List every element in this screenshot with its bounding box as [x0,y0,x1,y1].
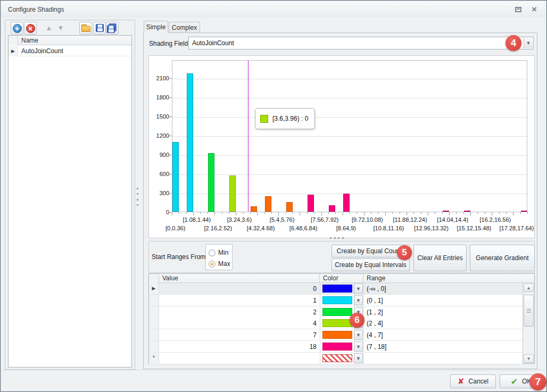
list-item-autojoincount[interactable]: ▶ AutoJoinCount [9,46,131,56]
scroll-up-icon[interactable]: ▲ [524,283,534,292]
move-down-button[interactable]: ▼ [54,22,67,35]
restore-button[interactable] [513,5,524,14]
row-indicator-icon: ▶ [149,283,159,294]
table-row[interactable]: 4▼(2 , 4] [149,318,523,329]
histogram-bar[interactable] [464,211,470,212]
tab-simple[interactable]: Simple [144,21,168,33]
histogram-bar[interactable] [443,211,449,212]
x-axis-tick [186,212,187,214]
table-row[interactable]: 2▼(1 , 2] [149,306,523,318]
header-value[interactable]: Value [159,274,320,283]
y-axis-label: 2100 [150,75,169,81]
value-cell[interactable]: 18 [159,343,317,351]
shading-field-value: AutoJoinCount [192,39,234,47]
save-button[interactable] [93,22,106,35]
histogram-bar[interactable] [229,176,236,212]
x-axis-label: [1.08,1.44) [183,216,211,223]
add-shading-button[interactable]: + [11,22,23,35]
x-axis-label: [4.32,4.68) [247,225,275,231]
range-cell: (2 , 4] [367,320,383,327]
gridline-300 [172,194,527,194]
header-color[interactable]: Color [320,274,363,283]
gridline-1200 [172,136,527,137]
x-axis-tick [413,212,414,214]
save-all-button[interactable] [106,22,119,35]
move-up-button[interactable]: ▲ [43,22,55,35]
histogram-bar[interactable] [308,195,314,212]
list-header-name: Name [21,37,38,44]
close-button[interactable]: × [529,5,540,14]
table-scrollbar[interactable]: ▲ ▼ [523,283,534,363]
color-dropdown-button[interactable]: ▼ [354,353,363,363]
scrollbar-thumb[interactable] [524,295,534,327]
color-swatch[interactable] [322,296,352,304]
row-indicator-icon [149,329,159,340]
y-axis-label: 900 [150,152,169,158]
list-indicator-column [9,36,18,45]
histogram-bar[interactable] [172,142,179,212]
x-axis-tick [428,212,428,215]
clear-all-entries-button[interactable]: Clear All Entries [413,245,467,271]
value-cell[interactable]: 2 [159,308,317,316]
open-button[interactable] [79,22,92,35]
table-row[interactable]: 1▼(0 , 1] [149,295,523,306]
table-row[interactable]: 18▼(7 , 18] [149,341,523,353]
header-range[interactable]: Range [363,274,523,283]
color-swatch[interactable] [322,285,352,293]
table-row[interactable]: ▶0▼(-∞ , 0] [149,283,523,295]
value-cell[interactable]: 1 [159,297,317,304]
x-axis-tick [271,212,272,214]
x-axis-tick [200,212,201,214]
delete-shading-button[interactable]: × [24,22,37,35]
histogram-bar[interactable] [251,206,257,212]
color-swatch[interactable] [322,319,352,327]
cancel-button[interactable]: ✘ Cancel [450,374,496,388]
ok-check-icon: ✔ [511,377,518,387]
color-dropdown-button[interactable]: ▼ [354,295,363,305]
color-swatch[interactable] [322,331,352,339]
color-dropdown-button[interactable]: ▼ [354,341,363,352]
histogram-bar[interactable] [187,73,193,212]
add-circle-icon: + [13,24,22,33]
table-row[interactable]: 7▼(4 , 7] [149,329,523,341]
histogram-bar[interactable] [208,153,214,212]
value-cell[interactable]: 4 [159,320,317,327]
histogram-bar[interactable] [265,196,271,212]
horizontal-splitter[interactable] [330,237,344,239]
x-axis-label: [11.88,12.24) [393,216,427,223]
shading-field-dropdown-button[interactable]: ▼ [524,38,533,48]
x-axis-tick [250,212,251,214]
histogram-bar[interactable] [343,194,350,212]
chart-plot-area[interactable] [172,60,527,212]
color-range-table: Value Color Range ▶0▼(-∞ , 0]1▼(0 , 1]2▼… [148,273,535,364]
tab-complex[interactable]: Complex [169,22,200,33]
table-new-row[interactable]: *▼ [149,353,523,364]
color-swatch-empty[interactable] [322,354,352,362]
shading-field-combobox[interactable]: AutoJoinCount ▼ [188,37,534,49]
color-dropdown-button[interactable]: ▼ [354,330,363,340]
y-axis-tick [169,97,172,98]
delete-circle-icon: × [26,24,35,33]
generate-gradient-button[interactable]: Generate Gradient [470,245,535,271]
row-indicator-icon [149,318,159,329]
value-cell[interactable]: 7 [159,331,317,339]
create-by-equal-intervals-button[interactable]: Create by Equal Intervals [331,258,410,271]
titlebar[interactable]: Configure Shadings × [1,1,546,18]
row-indicator-icon [149,341,159,352]
vertical-splitter[interactable] [136,188,139,206]
histogram-bar[interactable] [286,202,293,212]
y-axis-tick [169,174,172,174]
color-dropdown-button[interactable]: ▼ [354,283,363,294]
histogram-bar[interactable] [329,205,335,212]
color-swatch[interactable] [322,308,352,316]
y-axis-label: 1200 [150,132,169,139]
value-cell[interactable]: 0 [159,285,317,293]
radio-min[interactable]: Min [209,249,228,256]
x-axis-tick [499,212,500,214]
radio-max[interactable]: Max [209,260,230,268]
color-swatch[interactable] [322,343,352,351]
scroll-down-icon[interactable]: ▼ [524,354,534,363]
new-row-indicator-icon: * [149,353,159,364]
x-axis-tick [286,212,286,214]
histogram-bar[interactable] [521,211,527,212]
